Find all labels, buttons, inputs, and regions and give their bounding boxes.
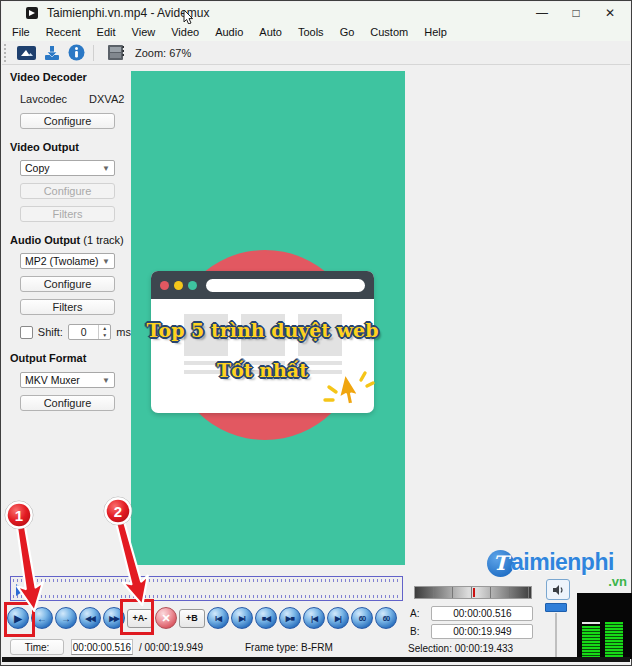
prev-intra-frame-button[interactable]: I◀: [207, 607, 229, 629]
marker-a-label: A:: [410, 608, 419, 619]
toolbar: Zoom: 67%: [2, 41, 630, 65]
title-bar: Taimienphi.vn.mp4 - Avidemux — □ ✕: [2, 2, 630, 24]
meter-bar-left: [582, 626, 600, 657]
highlight-box-marker-a: [120, 599, 154, 635]
total-time-label: / 00:00:19.949: [139, 642, 203, 653]
set-marker-b-button[interactable]: +B: [179, 609, 205, 628]
chevron-down-icon: ▼: [102, 376, 110, 385]
output-format-select[interactable]: MKV Muxer▼: [20, 372, 115, 388]
menu-go[interactable]: Go: [332, 24, 363, 41]
menu-bar: File Recent Edit View Video Audio Auto T…: [2, 24, 630, 41]
shift-label: Shift:: [38, 326, 63, 338]
menu-auto[interactable]: Auto: [251, 24, 290, 41]
video-output-select[interactable]: Copy▼: [20, 160, 115, 176]
open-video-icon[interactable]: [17, 45, 36, 61]
video-preview: Top 5 trình duyệt web Tốt nhất: [131, 71, 405, 565]
menu-edit[interactable]: Edit: [89, 24, 124, 41]
shift-unit-label: ms: [116, 326, 131, 338]
first-frame-button[interactable]: |◀: [303, 607, 325, 629]
decoder-tab-lavcodec[interactable]: Lavcodec: [20, 93, 67, 105]
menu-view[interactable]: View: [124, 24, 164, 41]
save-video-icon[interactable]: [43, 45, 61, 61]
chevron-down-icon: ▼: [102, 257, 110, 266]
stop-button[interactable]: ✕: [155, 607, 177, 629]
app-icon: [26, 7, 38, 19]
menu-help[interactable]: Help: [416, 24, 455, 41]
decoder-configure-button[interactable]: Configure: [20, 113, 115, 129]
window-bottom-border: [2, 657, 630, 662]
video-output-configure-button: Configure: [20, 183, 115, 199]
browser-dot-red: [160, 281, 169, 290]
forward-60s-button[interactable]: 60: [375, 607, 397, 629]
info-icon[interactable]: [68, 44, 85, 61]
sidebar: Video Decoder Lavcodec DXVA2 Configure V…: [2, 65, 131, 565]
minimize-button[interactable]: —: [532, 4, 552, 22]
shift-spinner[interactable]: 0 ▲▼: [68, 324, 111, 340]
timeline-ticks: [13, 595, 400, 598]
avidemux-window: Taimienphi.vn.mp4 - Avidemux — □ ✕ File …: [0, 0, 632, 666]
meter-bar-right: [605, 622, 623, 657]
volume-slider-track[interactable]: [555, 613, 557, 659]
marker-b-label: B:: [410, 626, 419, 637]
meter-peak-mark: [582, 622, 600, 624]
last-frame-button[interactable]: ▶|: [327, 607, 349, 629]
preview-title-line1: Top 5 trình duyệt web: [141, 319, 384, 341]
audio-filters-button[interactable]: Filters: [20, 299, 115, 315]
menu-video[interactable]: Video: [163, 24, 207, 41]
selection-duration-label: Selection: 00:00:19.433: [408, 643, 513, 654]
timeline-ticks: [13, 579, 400, 582]
video-decoder-heading: Video Decoder: [10, 71, 131, 83]
decoder-tab-dxva2[interactable]: DXVA2: [89, 93, 124, 105]
audio-output-select[interactable]: MP2 (Twolame)▼: [20, 253, 115, 269]
toolbar-separator: [93, 45, 94, 61]
format-configure-button[interactable]: Configure: [20, 395, 115, 411]
browser-titlebar: [151, 271, 374, 299]
browser-dot-yellow: [174, 281, 183, 290]
output-format-heading: Output Format: [10, 352, 131, 364]
rewind-button[interactable]: ◀◀: [79, 607, 101, 629]
menu-recent[interactable]: Recent: [38, 24, 89, 41]
preview-cursor-icon: [321, 369, 377, 421]
volume-slider-handle[interactable]: [545, 603, 567, 612]
taimienphi-logo: T aimienphi .vn: [487, 548, 632, 590]
marker-b-field[interactable]: 00:00:19.949: [431, 624, 533, 639]
menu-audio[interactable]: Audio: [207, 24, 251, 41]
audio-level-meter: [577, 593, 632, 659]
zoom-level-label: Zoom: 67%: [135, 47, 191, 59]
toolbar-drag-handle[interactable]: [4, 44, 10, 62]
time-label: Time:: [10, 639, 64, 655]
spinner-arrows[interactable]: ▲▼: [98, 325, 110, 339]
close-button[interactable]: ✕: [600, 4, 620, 22]
prev-black-frame-button[interactable]: ■◀: [255, 607, 277, 629]
filmstrip-icon[interactable]: [107, 44, 125, 61]
audio-configure-button[interactable]: Configure: [20, 276, 115, 292]
next-frame-button[interactable]: →: [55, 607, 77, 629]
browser-dot-teal: [188, 281, 197, 290]
shuttle-center-tick: [473, 588, 475, 597]
status-row: Time: 00:00:00.516 / 00:00:19.949 Frame …: [10, 639, 333, 655]
menu-custom[interactable]: Custom: [362, 24, 416, 41]
shift-checkbox[interactable]: [20, 326, 33, 339]
current-time-field[interactable]: 00:00:00.516: [71, 639, 133, 655]
timeline-slider[interactable]: [10, 576, 403, 601]
maximize-button[interactable]: □: [566, 4, 586, 22]
back-60s-button[interactable]: 60: [351, 607, 373, 629]
browser-address-bar: [206, 279, 365, 292]
chevron-down-icon: ▼: [102, 164, 110, 173]
video-output-heading: Video Output: [10, 141, 131, 153]
menu-file[interactable]: File: [4, 24, 38, 41]
next-intra-frame-button[interactable]: ▶I: [231, 607, 253, 629]
frame-type-label: Frame type: B-FRM: [245, 642, 333, 653]
next-black-frame-button[interactable]: ▶■: [279, 607, 301, 629]
marker-a-field[interactable]: 00:00:00.516: [431, 606, 533, 621]
video-filters-button: Filters: [20, 206, 115, 222]
audio-output-heading: Audio Output (1 track): [10, 234, 131, 246]
highlight-box-play: [4, 602, 35, 637]
transport-bar: ▶←→◀◀▶▶+A-✕+BI◀▶I■◀▶■|◀▶|6060: [7, 607, 397, 629]
menu-tools[interactable]: Tools: [290, 24, 332, 41]
timeline-playhead[interactable]: [16, 584, 25, 596]
